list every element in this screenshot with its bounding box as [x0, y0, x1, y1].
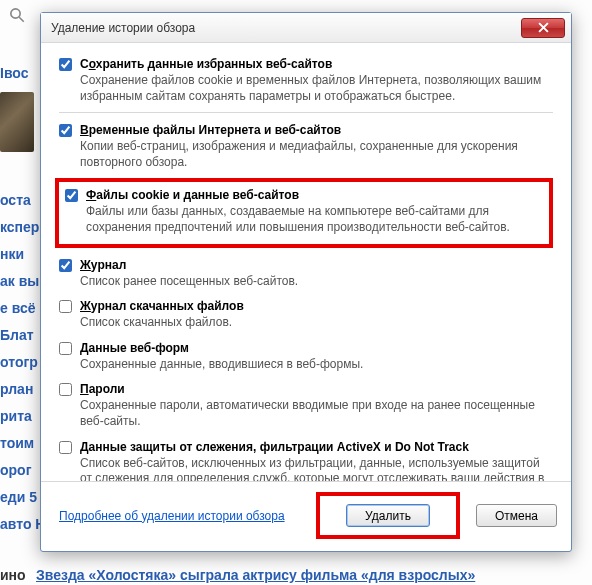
- checkbox-tracking-protection[interactable]: [59, 441, 72, 454]
- delete-button[interactable]: Удалить: [346, 504, 430, 527]
- option-download-history: Журнал скачанных файлов Список скачанных…: [59, 297, 553, 331]
- option-desc: Сохраненные пароли, автоматически вводим…: [80, 398, 553, 429]
- cancel-button[interactable]: Отмена: [476, 504, 557, 527]
- close-button[interactable]: [521, 18, 565, 38]
- option-desc: Сохранение файлов cookie и временных фай…: [80, 73, 553, 104]
- option-form-data: Данные веб-форм Сохраненные данные, ввод…: [59, 339, 553, 373]
- bg-bottom-prefix: ино: [0, 567, 26, 583]
- option-preserve-favorites: Сохранить данные избранных веб-сайтов Со…: [59, 55, 553, 104]
- titlebar: Удаление истории обзора: [41, 13, 571, 43]
- option-title: Данные веб-форм: [80, 341, 553, 355]
- svg-line-1: [19, 17, 24, 22]
- option-title: Файлы cookie и данные веб-сайтов: [86, 188, 543, 202]
- bg-bottom-link[interactable]: Звезда «Холостяка» сыграла актрису фильм…: [36, 567, 475, 583]
- option-title: Журнал скачанных файлов: [80, 299, 553, 313]
- bg-side-links: Iвос оста кспер нки ак вы е всё Блат ото…: [0, 60, 38, 538]
- checkbox-preserve-favorites[interactable]: [59, 58, 72, 71]
- option-desc: Файлы или базы данных, создаваемые на ко…: [86, 204, 543, 235]
- option-title: Пароли: [80, 382, 553, 396]
- checkbox-download-history[interactable]: [59, 300, 72, 313]
- option-title: Журнал: [80, 258, 553, 272]
- dialog-title: Удаление истории обзора: [51, 21, 521, 35]
- svg-point-0: [11, 9, 20, 18]
- option-desc: Список скачанных файлов.: [80, 315, 553, 331]
- option-temp-files: Временные файлы Интернета и веб-сайтов К…: [59, 112, 553, 170]
- option-passwords: Пароли Сохраненные пароли, автоматически…: [59, 380, 553, 429]
- learn-more-link[interactable]: Подробнее об удалении истории обзора: [59, 509, 285, 523]
- option-desc: Сохраненные данные, вводившиеся в веб-фо…: [80, 357, 553, 373]
- highlight-cookies: Файлы cookie и данные веб-сайтов Файлы и…: [55, 178, 553, 247]
- highlight-delete: Удалить: [316, 492, 460, 539]
- option-desc: Список ранее посещенных веб-сайтов.: [80, 274, 553, 290]
- option-tracking-protection: Данные защиты от слежения, фильтрации Ac…: [59, 438, 553, 481]
- checkbox-history[interactable]: [59, 259, 72, 272]
- checkbox-temp-files[interactable]: [59, 124, 72, 137]
- option-title: Сохранить данные избранных веб-сайтов: [80, 57, 553, 71]
- dialog-footer: Подробнее об удалении истории обзора Уда…: [41, 481, 571, 551]
- option-desc: Список веб-сайтов, исключенных из фильтр…: [80, 456, 553, 481]
- delete-history-dialog: Удаление истории обзора Сохранить данные…: [40, 12, 572, 552]
- option-title: Данные защиты от слежения, фильтрации Ac…: [80, 440, 553, 454]
- option-cookies: Файлы cookie и данные веб-сайтов Файлы и…: [65, 188, 543, 235]
- option-title: Временные файлы Интернета и веб-сайтов: [80, 123, 553, 137]
- checkbox-cookies[interactable]: [65, 189, 78, 202]
- checkbox-form-data[interactable]: [59, 342, 72, 355]
- option-history: Журнал Список ранее посещенных веб-сайто…: [59, 256, 553, 290]
- search-icon: [8, 6, 26, 24]
- close-icon: [538, 22, 549, 33]
- option-desc: Копии веб-страниц, изображения и медиафа…: [80, 139, 553, 170]
- dialog-content: Сохранить данные избранных веб-сайтов Со…: [41, 43, 571, 481]
- checkbox-passwords[interactable]: [59, 383, 72, 396]
